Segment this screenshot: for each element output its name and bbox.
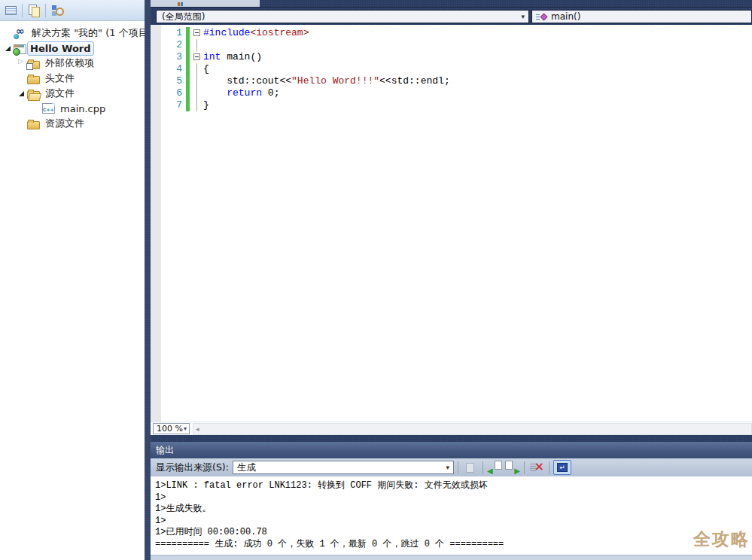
output-source-label: 显示输出来源(S): — [156, 461, 229, 474]
tree-item-label: Hello Word — [27, 41, 94, 56]
cpp-file-icon — [42, 103, 55, 114]
output-line: 1>已用时间 00:00:00.78 — [155, 527, 752, 539]
tree-item[interactable]: main.cpp — [0, 101, 145, 116]
editor-and-output-area: (全局范围) ▾ main() 1#include<iostream>23int… — [151, 0, 752, 560]
collapse-toggle-icon[interactable] — [193, 51, 203, 63]
outline-guide — [193, 87, 203, 99]
show-all-files-icon[interactable] — [25, 2, 43, 20]
clear-all-icon — [529, 461, 544, 474]
folder-ref-icon — [27, 61, 40, 69]
change-tracking-bar — [186, 39, 190, 51]
change-tracking-bar — [186, 75, 190, 87]
view-class-diagram-icon[interactable] — [48, 2, 66, 20]
code-lines: 1#include<iostream>23int main()4{5 std::… — [161, 25, 752, 111]
document-tabstrip — [151, 0, 752, 8]
code-token — [203, 87, 227, 99]
documents-glyph — [28, 5, 41, 16]
scroll-left-icon[interactable]: ◂ — [193, 425, 199, 433]
panel-splitter[interactable] — [145, 0, 151, 560]
next-message-button[interactable]: ▶ — [504, 460, 520, 475]
solution-tree: 解决方案 "我的" (1 个项目)Hello Word外部依赖项头文件源文件ma… — [0, 21, 145, 131]
tree-item-label: 头文件 — [43, 71, 77, 86]
tree-item[interactable]: 资源文件 — [0, 116, 145, 131]
folder-icon — [27, 121, 40, 129]
code-line: 3int main() — [161, 51, 752, 63]
output-source-value: 生成 — [237, 461, 256, 474]
collapse-toggle-icon[interactable] — [193, 27, 203, 39]
output-bottom-strip — [151, 555, 752, 560]
word-wrap-icon: ↵ — [557, 463, 568, 472]
expander-icon[interactable] — [16, 58, 27, 68]
output-line: ========== 生成: 成功 0 个，失败 1 个，最新 0 个，跳过 0… — [155, 539, 752, 551]
outline-guide — [193, 63, 203, 75]
solution-explorer-panel: 解决方案 "我的" (1 个项目)Hello Word外部依赖项头文件源文件ma… — [0, 0, 145, 560]
line-number: 4 — [161, 63, 186, 75]
tree-item[interactable]: 解决方案 "我的" (1 个项目) — [0, 26, 145, 41]
expander-icon[interactable] — [2, 43, 14, 53]
clear-all-button[interactable] — [528, 460, 545, 475]
expander-spacer — [29, 103, 41, 114]
tree-item[interactable]: Hello Word — [0, 41, 145, 56]
code-editor[interactable]: 1#include<iostream>23int main()4{5 std::… — [151, 25, 752, 422]
folder-icon — [27, 76, 40, 84]
chevron-down-icon: ▾ — [184, 425, 189, 432]
horizontal-scrollbar[interactable]: ◂ — [193, 423, 752, 435]
member-dropdown[interactable]: main() — [531, 10, 752, 23]
line-number: 5 — [161, 75, 186, 87]
outline-guide — [193, 99, 203, 111]
output-panel-titlebar[interactable]: 输出 — [151, 442, 752, 458]
word-wrap-toggle[interactable]: ↵ — [553, 460, 571, 475]
panel-gap — [151, 435, 752, 442]
code-token: int — [203, 51, 221, 63]
change-tracking-bar — [186, 87, 190, 99]
goto-source-button[interactable] — [462, 460, 479, 475]
editor-bottom-bar: 100 % ▾ ◂ — [151, 422, 752, 435]
scope-dropdown[interactable]: (全局范围) ▾ — [156, 10, 529, 23]
code-line: 4{ — [161, 63, 752, 75]
tree-item[interactable]: 头文件 — [0, 71, 145, 86]
tree-item-label: 资源文件 — [43, 116, 87, 131]
tree-item[interactable]: 外部依赖项 — [0, 56, 145, 71]
output-panel-title: 输出 — [156, 444, 174, 457]
tree-item-label: 源文件 — [43, 86, 77, 101]
watermark: 全攻略 — [693, 528, 750, 551]
output-source-dropdown[interactable]: 生成 ▾ — [233, 461, 454, 474]
output-text-area[interactable]: 1>LINK : fatal error LNK1123: 转换到 COFF 期… — [151, 476, 752, 555]
active-document-tab[interactable] — [151, 0, 260, 7]
code-line: 7} — [161, 99, 752, 111]
solution-icon — [14, 28, 26, 39]
solution-explorer-toolbar — [0, 0, 145, 21]
magnifier-glyph — [51, 5, 64, 16]
tree-item-label: main.cpp — [58, 102, 108, 115]
code-token: main() — [221, 51, 262, 63]
tree-item[interactable]: 源文件 — [0, 86, 145, 101]
breakpoint-margin[interactable] — [151, 25, 161, 422]
expander-icon[interactable] — [16, 88, 27, 99]
outline-guide — [193, 75, 203, 87]
editor-navigation-bar: (全局范围) ▾ main() — [151, 8, 752, 25]
code-token: return — [227, 87, 262, 99]
code-line: 2 — [161, 39, 752, 51]
line-number: 3 — [161, 51, 186, 63]
document-glyph — [466, 463, 474, 473]
toolbar-separator — [524, 461, 525, 474]
code-token: { — [203, 63, 209, 75]
change-tracking-bar — [186, 27, 190, 39]
change-tracking-bar — [186, 63, 190, 75]
scope-dropdown-value: (全局范围) — [162, 11, 205, 23]
output-line: 1> — [155, 516, 752, 528]
code-token: } — [203, 99, 209, 111]
code-line: 6 return 0; — [161, 87, 752, 99]
line-number: 1 — [161, 27, 186, 39]
previous-message-button[interactable]: ◀ — [487, 460, 504, 475]
code-line: 5 std::cout<<"Hello Word!!!"<<std::endl; — [161, 75, 752, 87]
toolbar-separator — [549, 461, 550, 474]
code-token: <<std::endl; — [379, 75, 450, 87]
output-toolbar: 显示输出来源(S): 生成 ▾ ◀ ▶ ↵ — [151, 458, 752, 476]
editor-zoom-value: 100 % — [157, 424, 183, 434]
next-message-icon: ▶ — [504, 461, 520, 474]
editor-zoom-dropdown[interactable]: 100 % ▾ — [153, 423, 190, 434]
code-token: 0; — [262, 87, 279, 99]
document-tab-icon — [178, 2, 180, 6]
properties-window-icon[interactable] — [2, 2, 20, 20]
